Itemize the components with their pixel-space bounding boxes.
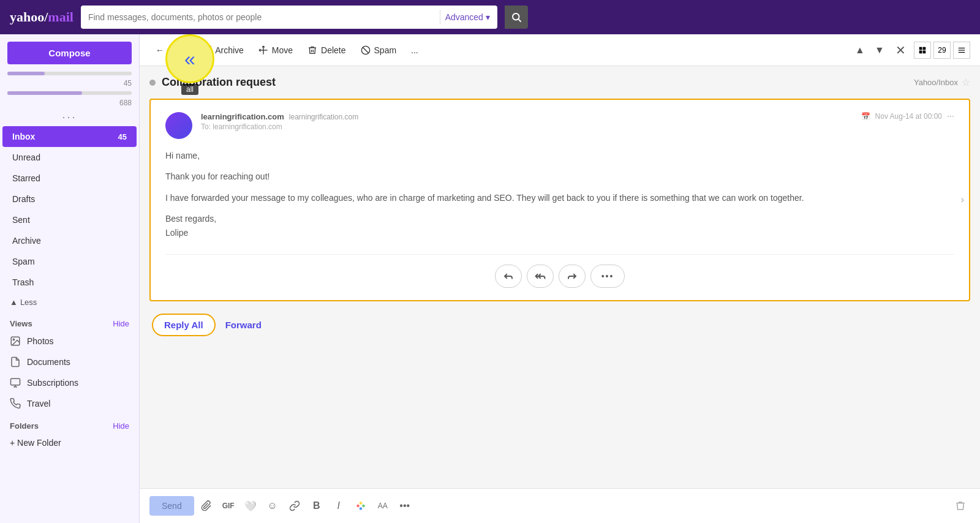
svg-rect-13 bbox=[919, 47, 922, 50]
next-email-button[interactable]: ▼ bbox=[872, 43, 887, 58]
reply-all-button[interactable]: Reply All bbox=[152, 314, 216, 336]
email-date: 📅 Nov Aug-14 at 00:00 ⋯ bbox=[861, 112, 954, 121]
sidebar-item-archive[interactable]: Archive bbox=[2, 230, 137, 251]
progress-bar-2-fill bbox=[7, 91, 82, 95]
spam-button[interactable]: Spam bbox=[355, 42, 403, 59]
email-view: Collaboration request Yahoo/Inbox ☆ lear… bbox=[140, 66, 980, 488]
emoji-button[interactable]: ☺ bbox=[263, 496, 282, 516]
move-button[interactable]: Move bbox=[252, 42, 299, 59]
search-input[interactable] bbox=[88, 12, 435, 22]
views-item-documents[interactable]: Documents bbox=[0, 352, 139, 372]
email-actions-row: ••• bbox=[165, 254, 954, 288]
email-body: Hi name, Thank you for reaching out! I h… bbox=[165, 149, 954, 239]
svg-point-21 bbox=[359, 502, 362, 505]
reply-all-header-overlay: « all bbox=[165, 34, 214, 83]
storage-progress-2 bbox=[0, 89, 139, 99]
views-item-subscriptions[interactable]: Subscriptions bbox=[0, 372, 139, 393]
color-button[interactable] bbox=[351, 496, 371, 516]
reply-button[interactable] bbox=[495, 265, 522, 288]
svg-rect-15 bbox=[919, 50, 922, 53]
send-button[interactable]: Send bbox=[149, 496, 194, 516]
progress-bar-1-fill bbox=[7, 72, 45, 75]
calendar-icon: 📅 bbox=[861, 112, 870, 121]
previous-email-button[interactable]: ▲ bbox=[853, 43, 867, 58]
search-divider bbox=[440, 10, 440, 24]
heart-button[interactable]: 🤍 bbox=[241, 496, 260, 516]
attach-button[interactable] bbox=[197, 496, 216, 516]
views-item-travel[interactable]: Travel bbox=[0, 393, 139, 414]
link-button[interactable] bbox=[285, 496, 304, 516]
delete-button[interactable]: Delete bbox=[301, 42, 352, 59]
chevron-down-icon: ▾ bbox=[486, 12, 490, 22]
reply-all-action-button[interactable] bbox=[527, 265, 554, 288]
svg-rect-4 bbox=[11, 378, 20, 385]
sidebar-item-spam[interactable]: Spam bbox=[2, 251, 137, 272]
more-options-button[interactable]: ... bbox=[405, 42, 424, 59]
email-card-header: learningrification.com learningrificatio… bbox=[165, 112, 954, 139]
svg-point-20 bbox=[356, 505, 360, 508]
reply-all-circle: Reply All bbox=[152, 314, 216, 336]
to-line: To: learningrification.com bbox=[201, 122, 853, 131]
storage-progress bbox=[0, 69, 139, 79]
sidebar-item-starred[interactable]: Starred bbox=[2, 168, 137, 189]
compose-area: Send GIF 🤍 ☺ B I AA ••• bbox=[140, 488, 980, 523]
unread-dot bbox=[149, 80, 156, 86]
more-options-icon[interactable]: ⋯ bbox=[947, 112, 954, 121]
reply-all-tooltip: all bbox=[181, 84, 198, 95]
more-email-actions-button[interactable]: ••• bbox=[590, 265, 625, 288]
svg-point-3 bbox=[13, 339, 14, 340]
reply-all-highlight-circle: « all bbox=[165, 34, 214, 83]
compose-toolbar: Send GIF 🤍 ☺ B I AA ••• bbox=[149, 496, 970, 516]
search-button[interactable] bbox=[505, 6, 528, 29]
less-button[interactable]: ▲ Less bbox=[0, 293, 139, 312]
sidebar: Compose 45 688 ··· Inbox 45 Unread Starr… bbox=[0, 34, 140, 523]
email-folder-tag: Yahoo/Inbox ☆ bbox=[914, 77, 970, 88]
svg-point-22 bbox=[362, 505, 365, 508]
folders-section-label: Folders Hide bbox=[0, 414, 139, 433]
italic-button[interactable]: I bbox=[329, 496, 349, 516]
view-icons-group: 29 bbox=[914, 42, 970, 59]
compose-button[interactable]: Compose bbox=[7, 42, 132, 64]
sender-name-row: learningrification.com learningrificatio… bbox=[201, 112, 853, 121]
sender-avatar bbox=[165, 112, 192, 139]
font-size-button[interactable]: AA bbox=[373, 496, 393, 516]
sidebar-item-sent[interactable]: Sent bbox=[2, 209, 137, 230]
svg-line-1 bbox=[518, 19, 521, 21]
expand-arrow-icon[interactable]: › bbox=[961, 194, 964, 205]
forward-button[interactable]: Forward bbox=[225, 320, 262, 330]
sidebar-item-trash[interactable]: Trash bbox=[2, 272, 137, 293]
progress-bar-2 bbox=[7, 91, 132, 95]
sender-info: learningrification.com learningrificatio… bbox=[201, 112, 853, 131]
count-view-button[interactable]: 29 bbox=[933, 42, 951, 59]
reply-section: Reply All Forward bbox=[149, 309, 970, 341]
bold-button[interactable]: B bbox=[307, 496, 326, 516]
svg-rect-16 bbox=[923, 50, 926, 53]
detail-view-button[interactable] bbox=[953, 42, 970, 59]
star-icon[interactable]: ☆ bbox=[962, 77, 970, 88]
sidebar-item-inbox[interactable]: Inbox 45 bbox=[2, 126, 137, 147]
sidebar-item-drafts[interactable]: Drafts bbox=[2, 189, 137, 209]
folders-hide-button[interactable]: Hide bbox=[113, 421, 129, 431]
compose-more-button[interactable]: ••• bbox=[395, 496, 415, 516]
views-item-photos[interactable]: Photos bbox=[0, 331, 139, 352]
email-card: learningrification.com learningrificatio… bbox=[149, 99, 970, 301]
advanced-search-button[interactable]: Advanced ▾ bbox=[445, 12, 490, 22]
sidebar-item-unread[interactable]: Unread bbox=[2, 147, 137, 168]
content-area: ← Back Archive Move Delete Spam ... bbox=[140, 34, 980, 523]
toolbar-right: ▲ ▼ ✕ 29 bbox=[853, 42, 970, 59]
email-subject-bar: Collaboration request Yahoo/Inbox ☆ bbox=[149, 73, 970, 91]
views-hide-button[interactable]: Hide bbox=[113, 319, 129, 328]
main-layout: Compose 45 688 ··· Inbox 45 Unread Starr… bbox=[0, 34, 980, 523]
compose-delete-button[interactable] bbox=[951, 496, 970, 516]
svg-point-23 bbox=[359, 507, 362, 510]
close-email-button[interactable]: ✕ bbox=[892, 42, 909, 59]
forward-action-button[interactable] bbox=[559, 265, 586, 288]
gif-button[interactable]: GIF bbox=[219, 496, 238, 516]
back-arrow-icon: ← bbox=[156, 45, 164, 55]
list-view-button[interactable] bbox=[914, 42, 931, 59]
search-bar: Advanced ▾ bbox=[81, 6, 497, 29]
email-toolbar: ← Back Archive Move Delete Spam ... bbox=[140, 34, 980, 66]
new-folder-button[interactable]: + New Folder bbox=[0, 433, 139, 453]
views-section-label: Views Hide bbox=[0, 312, 139, 331]
app-header: yahoo/mail Advanced ▾ bbox=[0, 0, 980, 34]
